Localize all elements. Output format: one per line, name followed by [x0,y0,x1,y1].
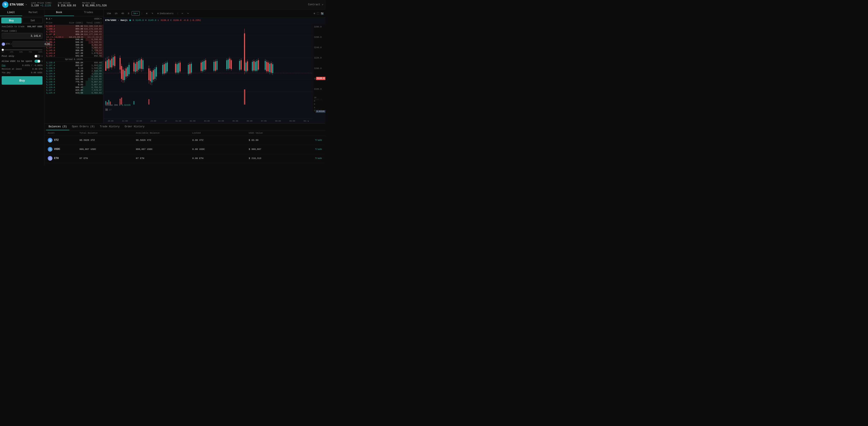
timeframe-4h[interactable]: 4h [120,11,125,15]
tab-trade-history[interactable]: Trade History [97,124,122,130]
pen-tool[interactable]: ✎ [150,11,155,15]
refresh-icon[interactable]: ↻ [308,120,309,122]
ask-row[interactable]: 3,145.8908.002,778.14 [44,49,103,52]
market-stats: Last Price (24H) 3,139 +1.111% 24H Volum… [31,2,107,7]
top-header: 💎 ETH/USDC ▾ Last Price (24H) 3,139 +1.1… [0,0,326,9]
expand-icon[interactable]: ⛶ [317,12,319,15]
chart-toolbar: 15m 1h 4h D 5m ▾ | ⊕ ✎ ≋ Indicators | ↩ [103,9,326,18]
asset-eth: Ξ ETH [48,156,80,161]
svg-rect-147 [244,89,245,104]
order-book-panel: Book Trades 0.1 ▾ USDC ▾ Price Size (USD… [44,9,103,123]
price-section: Price (USDC) [0,29,44,40]
ask-row[interactable]: 3,143.8927.481,870.14 [44,52,103,55]
buy-button[interactable]: Buy [1,18,22,24]
chart-right-icons: ⚙ ⛶ 📷 [314,12,324,15]
bid-row[interactable]: 3,133.9935.064,188.86 [44,75,103,78]
spread-row: Spread 0.1019% [44,58,103,61]
trade-link-eth[interactable]: Trade [305,157,322,160]
tab-trades[interactable]: Trades [74,9,103,16]
usdc-badge: USDC ▾ [94,17,102,20]
sell-button[interactable]: Sell [22,18,43,24]
bid-row[interactable]: 3,136.53.131,595.26 [44,67,103,70]
chart-area: ETH/USDC · Hanji O 3145.8 H 3145.8 L 313… [103,18,326,123]
slider-labels: 0% 25% 50% 75% 100% [2,51,42,53]
chart-header-info: ETH/USDC · Hanji O 3145.8 H 3145.8 L 313… [105,19,201,22]
post-only-toggle[interactable] [34,55,40,58]
main-layout: Limit Market Buy Sell Available to trade… [0,9,326,165]
redo-button[interactable]: ↪ [186,11,190,15]
bottom-panel: Balances (3) Open Orders (0) Trade Histo… [44,123,326,165]
asset-usdc: $ USDC [48,147,80,152]
trade-link-usdc[interactable]: Trade [305,148,322,151]
svg-rect-145 [133,101,134,105]
pair-name: ETH/USDC [10,3,24,6]
svg-rect-146 [148,99,149,104]
tab-market[interactable]: Market [22,9,44,16]
svg-rect-144 [121,98,122,104]
tab-balances[interactable]: Balances (3) [46,124,69,130]
bid-row[interactable]: 3,134.0738.303,253.80 [44,72,103,75]
ask-row[interactable]: 3,147.6715.483,493.62 [44,46,103,49]
bid-row[interactable]: 3,125.6823.568,402.93 [44,92,103,94]
size-selector: 0.1 ▾ USDC ▾ [44,16,103,21]
trade-link-xtz[interactable]: Trade [305,139,322,141]
allow-usdc-toggle[interactable] [34,60,40,63]
bid-row[interactable]: 3,139.0900.04900.04 [44,61,103,64]
price-input[interactable] [2,33,42,39]
bid-row[interactable]: 3,130.00.035,887.07 [44,84,103,86]
amount-section: Ξ ETH ⇄ [0,40,44,48]
balance-row-usdc: $ USDC 999,867 USDC 999,867 USDC 0.00 US… [44,145,326,154]
ask-row[interactable]: 3,180.2954.06316,179,154.69 [44,28,103,30]
bottom-tabs: Balances (3) Open Orders (0) Trade Histo… [44,124,326,130]
available-to-trade-row: Available to trade 999,867 USDC [0,25,44,29]
ask-row[interactable]: 3,142.2942.66942.66 [44,55,103,58]
crosshair-tool[interactable]: ⊕ [144,11,149,15]
current-vol-label: 0.02335 [316,110,326,113]
ask-row[interactable]: 3,155.4946.625,349.61 [44,41,103,44]
balances-header: Asset Total Balance Available Balance Lo… [44,130,326,136]
amount-slider-track [2,50,42,50]
ask-row[interactable]: 316,170,000,000.0316,170,000.00316,176,2… [44,36,103,38]
timeframe-15m[interactable]: 15m [105,11,113,15]
usdc-icon: $ [48,147,53,152]
tab-book[interactable]: Book [44,9,74,16]
chart-panel: 15m 1h 4h D 5m ▾ | ⊕ ✎ ≋ Indicators | ↩ [103,9,326,123]
market-cap-stat: Market Cap $ 62,099,571,526 [83,2,107,7]
amount-slider-thumb[interactable] [2,49,4,51]
ask-row[interactable]: 3,186.4955.92316,180,110.61 [44,25,103,28]
volume-sma-label: Volume SMA 9 0.02335 [105,104,131,106]
timeframe-1h[interactable]: 1h [113,11,119,15]
tab-limit[interactable]: Limit [0,9,22,16]
bid-row[interactable]: 3,127.4825.857,579.37 [44,89,103,92]
logo-area: 💎 ETH/USDC ▾ [2,1,27,8]
tab-order-history[interactable]: Order History [122,124,147,130]
ask-row[interactable]: 3,161.6948.486,298.09 [44,38,103,41]
ask-row[interactable]: 3,167.8950.34316,177,248.43 [44,33,103,36]
timeframe-5m-dropdown[interactable]: 5m ▾ [132,11,140,15]
timeframe-d[interactable]: D [126,11,131,15]
balance-row-xtz: ꜩ XTZ 96.5826 XTZ 96.5826 XTZ 0.00 XTZ $… [44,136,326,145]
order-form-panel: Limit Market Buy Sell Available to trade… [0,9,44,165]
time-axis: 20:00 21:00 22:00 23:00 17 01:00 02:00 0… [103,119,313,123]
pair-dropdown-icon[interactable]: ▾ [26,3,27,6]
undo-button[interactable]: ↩ [180,11,185,15]
ask-row[interactable]: 3,149.2909.364,402.99 [44,44,103,46]
slider-row: 0% 25% 50% 75% 100% [0,48,44,54]
camera-icon[interactable]: 📷 [321,12,324,15]
ask-row[interactable]: 3,174.0952.20316,178,200.63 [44,30,103,33]
current-price-label: 3139.0 [316,77,326,80]
candlestick-chart [103,24,313,113]
you-pay-row: You pay 0.00 USDC [0,71,44,74]
bid-row[interactable]: 3,130.5775.485,887.03 [44,80,103,84]
bid-row[interactable]: 3,137.4692.071,592.12 [44,64,103,67]
settings-icon[interactable]: ⚙ [314,12,315,15]
asset-xtz: ꜩ XTZ [48,138,80,142]
tab-open-orders[interactable]: Open Orders (0) [69,124,97,130]
bid-row[interactable]: 3,129.0866.456,753.52 [44,86,103,89]
bid-row[interactable]: 3,132.0922.685,111.55 [44,78,103,80]
bid-row[interactable]: 3,135.7920.232,515.49 [44,70,103,72]
submit-buy-button[interactable]: Buy [2,76,42,85]
contract-button[interactable]: Contract ↗ [308,3,323,6]
indicators-button[interactable]: ≋ Indicators [156,11,175,15]
bids-section: 3,139.0900.04900.04 3,137.4692.071,592.1… [44,61,103,94]
